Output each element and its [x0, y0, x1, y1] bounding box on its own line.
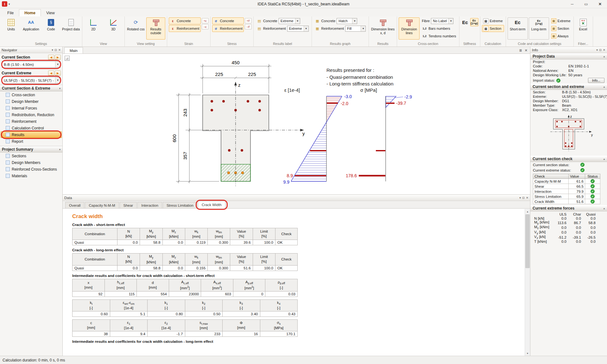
sidebar-item-report[interactable]: Report: [1, 138, 62, 145]
tab-overall[interactable]: Overall: [65, 202, 84, 208]
chevron-down-icon[interactable]: ▼: [448, 18, 453, 24]
current-section-dropdown[interactable]: B-B (1.50 - 4.50m) ▼: [2, 61, 60, 68]
sidebar-item-design-member[interactable]: Design Member: [1, 98, 62, 105]
collapse-icon[interactable]: ▴: [604, 207, 605, 210]
collapse-icon[interactable]: ▴: [604, 85, 605, 88]
pin-icon[interactable]: ⊡: [522, 196, 525, 199]
sidebar-item-materials[interactable]: Materials: [1, 173, 62, 179]
next-section-button[interactable]: ▶: [55, 55, 61, 60]
collapse-icon[interactable]: ▴: [604, 55, 605, 58]
fit-view-icon[interactable]: ◿: [65, 56, 70, 61]
app-icon[interactable]: I: [2, 1, 7, 7]
sidebar-item-calculation-control[interactable]: Calculation Control: [1, 125, 62, 131]
tab-main[interactable]: Main: [64, 47, 83, 53]
concrete-label-dropdown[interactable]: Extreme▼: [279, 18, 300, 24]
code-section-toggle[interactable]: ▦Section: [550, 25, 572, 32]
sidebar-item-sections[interactable]: Sections: [1, 153, 62, 159]
project-data-header[interactable]: Project Data▴: [530, 53, 607, 60]
tab-crack-width[interactable]: Crack Width: [198, 201, 225, 208]
reinforcement-graph-dropdown[interactable]: Fill▼: [345, 26, 366, 32]
calculation-section-toggle[interactable]: ▦Section: [482, 25, 504, 32]
tab-stress-limitation[interactable]: Stress Limitation: [163, 202, 197, 208]
next-extreme-button[interactable]: ▶: [55, 71, 61, 76]
results-outside-button[interactable]: Results outside: [146, 17, 165, 40]
chevron-down-icon[interactable]: ▼: [361, 26, 365, 31]
excel-export-button[interactable]: XLS✕ Excel: [575, 17, 591, 40]
sidebar-item-reinforcement[interactable]: Reinforcement: [1, 118, 62, 125]
stress-show-positive-button[interactable]: +F: [245, 18, 252, 23]
sidebar-item-cross-section[interactable]: Cross-section: [1, 91, 62, 98]
pin-icon[interactable]: ⊡: [54, 48, 57, 52]
view-close-icon[interactable]: ✕: [525, 48, 528, 53]
close-button[interactable]: ✕: [593, 0, 607, 8]
tab-home[interactable]: Home: [19, 9, 41, 16]
panel-menu-icon[interactable]: ▾: [52, 48, 53, 52]
chevron-down-icon[interactable]: ▼: [55, 77, 60, 83]
view-menu-icon[interactable]: ≣: [519, 48, 522, 53]
scroll-down-icon[interactable]: ▼: [525, 351, 530, 356]
pin-icon[interactable]: ⊡: [599, 48, 602, 52]
previous-extreme-button[interactable]: ◀: [48, 71, 54, 76]
stress-concrete-toggle[interactable]: σConcrete: [212, 17, 244, 24]
dimension-lines-xd-button[interactable]: Dimension lines x, d: [370, 17, 395, 40]
long-term-button[interactable]: Ec (1+φ)Long-term: [529, 17, 549, 40]
current-extreme-forces-header[interactable]: Current extreme forces▴: [530, 205, 607, 211]
strain-concrete-toggle[interactable]: εConcrete: [169, 17, 201, 24]
bars-numbers-toggle[interactable]: 1,2Bars numbers: [420, 25, 457, 32]
section-extreme-header[interactable]: Current Section & Extreme▴: [0, 85, 62, 91]
sidebar-item-reinforced-cross-sections[interactable]: Reinforced Cross-Sections: [1, 166, 62, 173]
previous-section-button[interactable]: ◀: [48, 55, 54, 60]
stress-show-negative-button[interactable]: −F: [245, 24, 252, 29]
panel-close-icon[interactable]: ✕: [603, 48, 605, 52]
stiffness-ec-button[interactable]: Ec: [461, 18, 469, 26]
strain-reinforcement-toggle[interactable]: εReinforcement: [169, 25, 201, 32]
current-section-check-header[interactable]: Current section check▴: [530, 156, 607, 162]
concrete-graph-dropdown[interactable]: Hatch▼: [337, 18, 357, 24]
panel-close-icon[interactable]: ✕: [58, 48, 61, 52]
strain-show-positive-button[interactable]: +ε: [202, 18, 209, 23]
maximize-button[interactable]: ▭: [579, 0, 593, 8]
reinforcement-label-dropdown[interactable]: Extreme▼: [287, 26, 309, 32]
collapse-icon[interactable]: ▴: [604, 158, 605, 160]
scroll-up-icon[interactable]: ▲: [525, 209, 530, 214]
tab-interaction[interactable]: Interaction: [137, 202, 162, 208]
rotated-css-button[interactable]: ⟳Rotated css: [126, 17, 145, 40]
panel-close-icon[interactable]: ✕: [526, 196, 528, 199]
chevron-down-icon[interactable]: ▼: [352, 18, 357, 24]
tendons-numbers-toggle[interactable]: 1,2Tendons numbers: [420, 33, 457, 40]
tab-file[interactable]: File: [2, 9, 19, 16]
application-button[interactable]: AAApplication: [22, 17, 41, 40]
quick-access-dropdown-icon[interactable]: ▾: [9, 3, 10, 6]
sidebar-item-redistribution[interactable]: Redistribution, Reduction: [1, 111, 62, 118]
sidebar-item-internal-forces[interactable]: Internal Forces: [1, 105, 62, 111]
stress-reinforcement-toggle[interactable]: σReinforcement: [212, 25, 244, 32]
units-button[interactable]: Units: [2, 17, 21, 40]
main-drawing-canvas[interactable]: ◿: [63, 54, 530, 194]
view-2d-button[interactable]: 2D: [84, 17, 103, 40]
current-extreme-dropdown[interactable]: ULSF(2) - SLSC(5) - SLSF(7) - S ▼: [2, 77, 60, 84]
chevron-down-icon[interactable]: ▼: [295, 18, 300, 24]
chevron-down-icon[interactable]: ▼: [55, 61, 60, 67]
tab-view[interactable]: View: [41, 9, 60, 16]
panel-menu-icon[interactable]: ▾: [519, 196, 521, 199]
short-term-button[interactable]: EcShort-term: [508, 17, 528, 40]
dimension-lines-button[interactable]: Dimension lines: [399, 17, 420, 40]
code-extreme-toggle[interactable]: ▦Extreme: [550, 17, 572, 24]
vertical-scrollbar[interactable]: ▲ ▼: [525, 209, 530, 356]
scrollbar-thumb[interactable]: [525, 214, 530, 268]
tab-shear[interactable]: Shear: [120, 202, 137, 208]
tab-capacity-nmm[interactable]: Capacity N-M-M: [85, 202, 119, 208]
fibre-dropdown[interactable]: No Label▼: [431, 18, 453, 24]
project-summary-header[interactable]: Project Summary▴: [0, 146, 62, 153]
current-section-extreme-header[interactable]: Current section and extreme▴: [530, 84, 607, 90]
view-3d-button[interactable]: 3D: [104, 17, 123, 40]
sidebar-item-results[interactable]: Results: [1, 131, 62, 138]
minimize-button[interactable]: ─: [565, 0, 579, 8]
stiffness-ec-phi-button[interactable]: Ec (1+φ): [470, 18, 478, 26]
collapse-icon[interactable]: ▴: [59, 148, 60, 151]
collapse-icon[interactable]: ▴: [59, 87, 60, 90]
calculation-extreme-toggle[interactable]: ▦Extreme: [482, 17, 504, 24]
project-data-button[interactable]: Project data: [61, 17, 80, 40]
code-button[interactable]: §Code: [41, 17, 60, 40]
sidebar-item-design-members[interactable]: Design Members: [1, 159, 62, 166]
